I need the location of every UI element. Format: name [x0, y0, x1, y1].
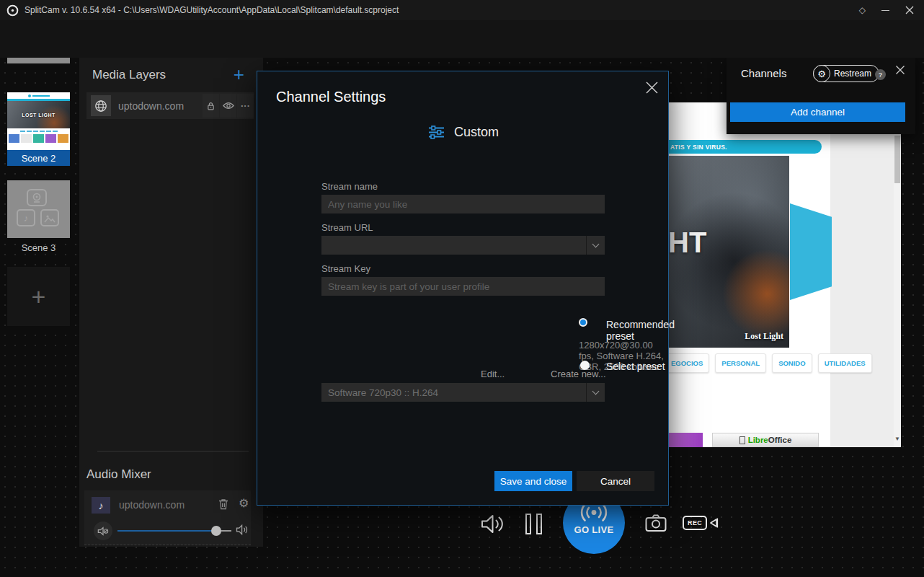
stream-url-label: Stream URL [321, 222, 373, 233]
channel-settings-modal: Channel Settings Custom Stream name Stre… [257, 71, 669, 506]
snapshot-button[interactable] [645, 514, 667, 532]
minimize-icon[interactable] [881, 10, 889, 11]
camera-icon [645, 514, 667, 532]
go-live-label: GO LIVE [574, 524, 614, 535]
scroll-down-arrow[interactable]: ▼ [894, 436, 900, 442]
close-icon[interactable] [905, 6, 914, 14]
select-preset-label[interactable]: Select preset [606, 361, 665, 372]
track-settings-button[interactable]: ⚙ [239, 496, 249, 510]
scene-3-label[interactable]: Scene 3 [0, 242, 77, 253]
channels-panel: Channels ⚙ Restream ? Add channel [727, 58, 915, 134]
stream-key-label: Stream Key [321, 263, 370, 274]
mini-page-header [7, 92, 70, 99]
pin-icon[interactable]: ◇ [859, 5, 866, 15]
scrollbar-thumb[interactable] [894, 136, 900, 183]
add-layer-button[interactable]: + [234, 63, 244, 86]
close-channels-icon[interactable] [895, 65, 905, 75]
media-layers-title: Media Layers [92, 68, 166, 82]
channels-title: Channels [741, 67, 786, 79]
category-sonido[interactable]: SONIDO [772, 353, 812, 373]
chevron-down-icon [592, 388, 600, 395]
mute-button[interactable] [94, 521, 112, 540]
office-text: Office [768, 436, 792, 444]
pause-button[interactable] [525, 514, 542, 534]
lock-icon [206, 101, 216, 111]
libreoffice-card[interactable]: LibreOffice [712, 433, 819, 447]
splitcam-window: SplitCam v. 10.6.54 x64 - C:\Users\WDAGU… [0, 0, 924, 577]
save-and-close-button[interactable]: Save and close [494, 471, 572, 491]
create-preset-link[interactable]: Create new... [551, 369, 606, 379]
delete-track-button[interactable] [218, 498, 228, 513]
audio-output-button[interactable] [480, 513, 505, 535]
scene-3-thumbnail[interactable]: ♪ [7, 180, 70, 238]
page-background [830, 102, 894, 447]
scene-2-label[interactable]: Scene 2 [7, 150, 70, 166]
media-layers-panel: Media Layers + uptodown.com ··· Audio Mi… [79, 58, 263, 547]
restream-label: Restream [834, 69, 871, 79]
poster-title-fragment: HT [668, 226, 706, 259]
help-icon[interactable]: ? [875, 69, 886, 80]
scene-2-thumbnail[interactable]: LOST LIGHT [7, 92, 70, 150]
rec-label: REC [683, 516, 707, 530]
category-utilidades[interactable]: UTILIDADES [818, 353, 872, 373]
globe-icon [91, 95, 111, 116]
speaker-muted-icon [97, 527, 109, 536]
image-icon [44, 213, 55, 223]
mini-banner-title: LOST LIGHT [22, 113, 55, 118]
game-poster[interactable]: HT Lost Light [667, 156, 789, 348]
record-button[interactable]: REC [683, 516, 719, 530]
stream-key-input[interactable] [321, 277, 605, 296]
edit-preset-link[interactable]: Edit... [481, 369, 505, 379]
stream-name-input[interactable] [321, 195, 605, 213]
record-camera-icon [708, 516, 719, 530]
modal-title: Channel Settings [276, 89, 386, 105]
category-personal[interactable]: PERSONAL [715, 353, 766, 373]
speaker-loud-icon [236, 524, 249, 538]
channel-type-label: Custom [454, 125, 499, 140]
stream-name-label: Stream name [321, 181, 378, 192]
app-header [0, 20, 924, 58]
restream-button[interactable]: ⚙ Restream [813, 65, 879, 82]
trash-icon [218, 498, 228, 510]
title-bar: SplitCam v. 10.6.54 x64 - C:\Users\WDAGU… [0, 0, 924, 20]
dropdown-button[interactable] [586, 383, 605, 402]
stream-url-dropdown[interactable] [321, 236, 605, 255]
page-banner: ATIS Y SIN VIRUS. [667, 140, 822, 154]
add-channel-button[interactable]: Add channel [730, 102, 905, 122]
preset-dropdown[interactable]: Software 720p30 :: H.264 [321, 383, 605, 402]
broadcast-icon [577, 503, 611, 522]
recommended-preset-label[interactable]: Recommended preset [606, 319, 675, 342]
volume-knob[interactable] [211, 526, 221, 536]
panel-divider [97, 451, 249, 452]
sliders-icon [428, 125, 445, 139]
layer-name: uptodown.com [118, 100, 202, 112]
document-icon [739, 436, 745, 444]
audio-mixer-title: Audio Mixer [86, 467, 151, 482]
audio-track-name: uptodown.com [119, 499, 185, 511]
window-title: SplitCam v. 10.6.54 x64 - C:\Users\WDAGU… [25, 5, 399, 15]
volume-slider[interactable] [117, 530, 231, 532]
media-layer-row[interactable]: uptodown.com ··· [86, 92, 254, 119]
volume-fill [117, 530, 216, 532]
restream-logo-icon: ⚙ [813, 65, 830, 82]
media-audio-icon: ♪ [92, 497, 110, 514]
dropdown-button[interactable] [586, 236, 605, 255]
preset-value: Software 720p30 :: H.264 [321, 387, 586, 398]
eye-icon [223, 102, 234, 110]
close-modal-icon[interactable] [645, 81, 659, 94]
speaker-icon [480, 513, 505, 535]
chevron-down-icon [592, 241, 600, 248]
page-scrollbar[interactable]: ▼ [894, 102, 901, 447]
audio-track-card: ♪ uptodown.com ⚙ [84, 490, 251, 545]
cancel-button[interactable]: Cancel [577, 471, 654, 491]
toggle-visibility-button[interactable] [220, 94, 236, 118]
more-icon: ··· [241, 100, 250, 111]
recommended-preset-radio[interactable] [579, 318, 587, 327]
plus-icon: + [32, 283, 46, 311]
thumbnail-fragment [667, 433, 703, 447]
add-scene-button[interactable]: + [7, 267, 70, 326]
category-negocios[interactable]: EGOCIOS [665, 353, 709, 373]
layer-more-button[interactable]: ··· [237, 94, 254, 118]
lock-layer-button[interactable] [203, 94, 219, 118]
preview-webpage: ATIS Y SIN VIRUS. HT Lost Light EGOCIOS … [667, 102, 901, 447]
